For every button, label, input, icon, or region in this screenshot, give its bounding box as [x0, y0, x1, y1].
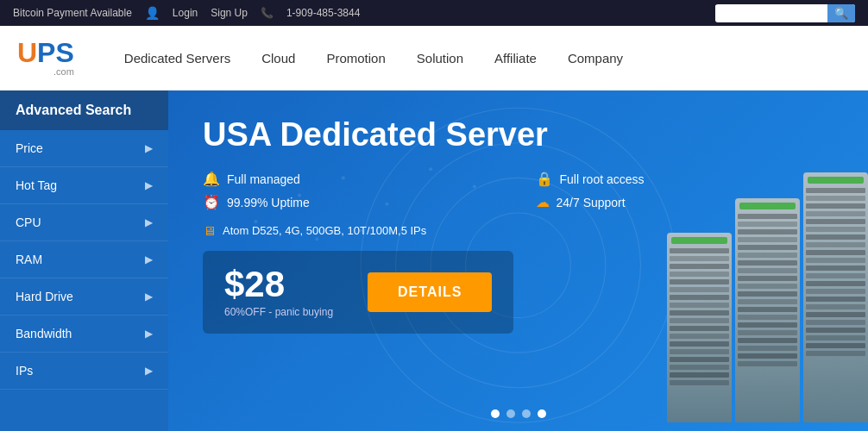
carousel-dots — [491, 409, 546, 418]
phone-icon: 📞 — [261, 7, 274, 19]
details-button[interactable]: DETAILS — [368, 272, 492, 312]
chevron-right-icon: ▶ — [145, 365, 153, 377]
managed-icon: 🔔 — [203, 171, 220, 187]
sidebar-item-hot-tag[interactable]: Hot Tag ▶ — [0, 167, 168, 204]
user-icon: 👤 — [145, 6, 160, 20]
nav-promotion[interactable]: Promotion — [311, 44, 400, 72]
feature-uptime: ⏰ 99.99% Uptime — [203, 194, 510, 210]
main-nav: Dedicated Servers Cloud Promotion Soluti… — [109, 44, 638, 72]
login-link[interactable]: Login — [173, 7, 198, 19]
rack-lines-2 — [738, 214, 797, 420]
server-rack-1 — [667, 233, 732, 422]
search-input[interactable] — [715, 5, 827, 21]
spec-icon: 🖥 — [203, 223, 216, 238]
price-info: $28 60%OFF - panic buying — [224, 266, 333, 318]
nav-company[interactable]: Company — [552, 44, 638, 72]
nav-affiliate[interactable]: Affiliate — [479, 44, 552, 72]
hero-section: USA Dedicated Server 🔔 Full managed 🔒 Fu… — [168, 91, 868, 431]
chevron-right-icon: ▶ — [145, 253, 153, 265]
price-box: $28 60%OFF - panic buying DETAILS — [203, 251, 513, 334]
dot-2[interactable] — [506, 409, 515, 418]
feature-support: ☁ 24/7 Support — [536, 194, 843, 210]
hero-title: USA Dedicated Server — [203, 116, 842, 153]
sidebar-item-bandwidth[interactable]: Bandwidth ▶ — [0, 315, 168, 353]
chevron-right-icon: ▶ — [145, 216, 153, 228]
hero-spec: 🖥 Atom D525, 4G, 500GB, 10T/100M,5 IPs — [203, 223, 842, 238]
sidebar-item-ips[interactable]: IPs ▶ — [0, 353, 168, 390]
price-amount: $28 — [224, 266, 333, 303]
feature-managed: 🔔 Full managed — [203, 171, 510, 187]
nav-cloud[interactable]: Cloud — [246, 44, 311, 72]
top-bar: Bitcoin Payment Available 👤 Login Sign U… — [0, 0, 868, 26]
dot-1[interactable] — [491, 409, 500, 418]
nav-dedicated-servers[interactable]: Dedicated Servers — [109, 44, 246, 72]
dot-3[interactable] — [522, 409, 531, 418]
search-button[interactable]: 🔍 — [827, 4, 855, 22]
header: UPS .com Dedicated Servers Cloud Promoti… — [0, 26, 868, 91]
root-icon: 🔒 — [536, 171, 553, 187]
hero-features: 🔔 Full managed 🔒 Full root access ⏰ 99.9… — [203, 171, 842, 210]
nav-solution[interactable]: Solution — [401, 44, 479, 72]
price-discount: 60%OFF - panic buying — [224, 306, 333, 318]
main-wrap: Advanced Search Price ▶ Hot Tag ▶ CPU ▶ … — [0, 91, 868, 431]
sidebar-item-hard-drive[interactable]: Hard Drive ▶ — [0, 278, 168, 315]
search-wrap: 🔍 — [715, 4, 855, 22]
rack-lines-1 — [670, 248, 729, 420]
support-icon: ☁ — [536, 194, 550, 210]
chevron-right-icon: ▶ — [145, 179, 153, 191]
sidebar: Advanced Search Price ▶ Hot Tag ▶ CPU ▶ … — [0, 91, 168, 431]
phone-number: 1-909-485-3844 — [286, 7, 360, 19]
feature-root-access: 🔒 Full root access — [536, 171, 843, 187]
sidebar-title: Advanced Search — [0, 91, 168, 130]
sidebar-item-cpu[interactable]: CPU ▶ — [0, 204, 168, 241]
chevron-right-icon: ▶ — [145, 142, 153, 154]
dot-4[interactable] — [538, 409, 546, 418]
logo[interactable]: UPS .com — [17, 39, 74, 77]
bitcoin-label: Bitcoin Payment Available — [13, 7, 132, 19]
chevron-right-icon: ▶ — [145, 290, 153, 303]
sidebar-item-price[interactable]: Price ▶ — [0, 130, 168, 167]
signup-link[interactable]: Sign Up — [211, 7, 248, 19]
logo-text: UPS — [17, 37, 74, 68]
chevron-right-icon: ▶ — [145, 328, 153, 340]
uptime-icon: ⏰ — [203, 194, 220, 210]
sidebar-item-ram[interactable]: RAM ▶ — [0, 241, 168, 278]
